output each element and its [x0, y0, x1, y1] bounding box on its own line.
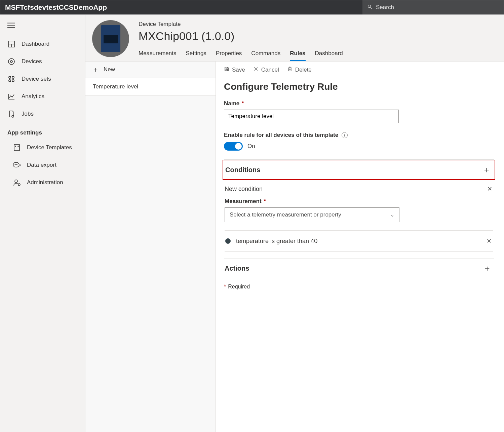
actions-label: Actions: [225, 265, 249, 272]
enable-label: Enable rule for all devices of this temp…: [224, 132, 338, 139]
dashboard-icon: [7, 40, 15, 48]
sidebar: Dashboard Devices Device sets: [0, 15, 85, 432]
svg-point-13: [12, 80, 14, 82]
svg-rect-25: [288, 68, 291, 71]
add-action-button[interactable]: ＋: [483, 264, 491, 272]
panel-heading: Configure Telemetry Rule: [224, 81, 494, 92]
sidebar-item-export[interactable]: Data export: [0, 156, 85, 174]
close-icon: [253, 66, 259, 73]
rules-list: ＋ New Temperature level: [85, 62, 216, 432]
measurement-select[interactable]: Select a telemetry measurement or proper…: [225, 207, 399, 222]
conditions-section-highlight: Conditions ＋: [223, 160, 495, 180]
sidebar-item-sets[interactable]: Device sets: [0, 70, 85, 88]
sidebar-item-analytics[interactable]: Analytics: [0, 88, 85, 105]
remove-condition-button[interactable]: ✕: [486, 185, 493, 193]
tabs: Measurements Settings Properties Command…: [139, 50, 497, 61]
sidebar-item-label: Administration: [27, 179, 63, 186]
search-placeholder: Search: [376, 4, 394, 11]
svg-point-10: [9, 76, 11, 78]
condition-dot-icon: [225, 238, 231, 244]
enable-state: On: [247, 143, 255, 150]
cancel-button[interactable]: Cancel: [253, 66, 279, 73]
measurement-placeholder: Select a telemetry measurement or proper…: [230, 211, 341, 218]
svg-point-19: [15, 180, 17, 183]
svg-rect-15: [14, 145, 20, 151]
info-icon[interactable]: i: [342, 132, 348, 138]
plus-icon: ＋: [92, 66, 99, 73]
sidebar-item-label: Data export: [27, 162, 56, 168]
sidebar-item-templates[interactable]: Device Templates: [0, 139, 85, 156]
sidebar-item-dashboard[interactable]: Dashboard: [0, 35, 85, 53]
svg-point-11: [12, 76, 14, 78]
svg-rect-21: [226, 69, 227, 71]
analytics-icon: [7, 92, 15, 101]
tab-measurements[interactable]: Measurements: [139, 50, 176, 61]
devices-icon: [7, 57, 15, 66]
svg-rect-22: [226, 67, 227, 68]
sidebar-item-label: Dashboard: [22, 41, 49, 47]
required-asterisk: *: [264, 198, 266, 204]
chevron-down-icon: ⌄: [390, 212, 394, 218]
sidebar-section-app-settings: App settings: [0, 123, 85, 139]
remove-existing-condition-button[interactable]: ✕: [485, 237, 493, 245]
export-icon: [13, 161, 21, 169]
enable-toggle[interactable]: [224, 142, 243, 151]
svg-point-8: [8, 58, 14, 65]
delete-button[interactable]: Delete: [287, 66, 312, 73]
templates-icon: [13, 144, 21, 152]
rule-panel: Save Cancel Delete: [216, 62, 504, 432]
name-label: Name: [224, 100, 239, 107]
measurement-label: Measurement: [225, 198, 262, 204]
add-condition-button[interactable]: ＋: [482, 166, 491, 174]
breadcrumb: Device Template: [139, 21, 497, 28]
hamburger-button[interactable]: [0, 17, 85, 35]
svg-point-18: [14, 162, 18, 164]
new-rule-button[interactable]: ＋ New: [85, 62, 216, 78]
jobs-icon: [7, 110, 15, 118]
tab-properties[interactable]: Properties: [216, 50, 242, 61]
tab-commands[interactable]: Commands: [251, 50, 280, 61]
new-label: New: [104, 66, 115, 73]
svg-point-0: [368, 5, 371, 7]
save-icon: [224, 66, 229, 73]
condition-summary: temperature is greater than 40: [236, 238, 317, 245]
svg-point-17: [18, 146, 18, 147]
app-title: MSFTcfsdevtestCCSDemoApp: [0, 0, 112, 14]
tab-rules[interactable]: Rules: [290, 50, 305, 61]
search-icon: [367, 4, 376, 11]
admin-icon: [13, 179, 21, 187]
device-avatar: [92, 20, 129, 57]
tab-settings[interactable]: Settings: [186, 50, 206, 61]
svg-line-1: [371, 7, 372, 9]
required-asterisk: *: [242, 100, 244, 107]
new-condition-label: New condition: [225, 186, 263, 193]
sidebar-item-jobs[interactable]: Jobs: [0, 105, 85, 123]
svg-point-9: [10, 61, 12, 63]
svg-point-16: [15, 146, 16, 147]
trash-icon: [287, 66, 293, 73]
top-bar: MSFTcfsdevtestCCSDemoApp Search: [0, 0, 504, 15]
conditions-label: Conditions: [225, 166, 260, 174]
template-header: Device Template MXChip001 (1.0.0) Measur…: [85, 15, 504, 62]
svg-point-12: [9, 80, 11, 82]
page-title: MXChip001 (1.0.0): [139, 30, 497, 43]
search-input[interactable]: Search: [362, 0, 504, 14]
sidebar-item-label: Device Templates: [27, 144, 72, 151]
tab-dashboard[interactable]: Dashboard: [315, 50, 343, 61]
sidebar-item-label: Devices: [22, 58, 42, 65]
sidebar-item-label: Analytics: [22, 93, 44, 100]
required-note: *Required: [224, 284, 494, 290]
sidebar-item-admin[interactable]: Administration: [0, 174, 85, 191]
name-input[interactable]: [224, 110, 399, 123]
rule-row[interactable]: Temperature level: [85, 78, 216, 96]
sidebar-item-devices[interactable]: Devices: [0, 53, 85, 70]
sets-icon: [7, 75, 15, 83]
sidebar-item-label: Jobs: [22, 111, 34, 117]
sidebar-item-label: Device sets: [22, 76, 51, 82]
save-button[interactable]: Save: [224, 66, 245, 73]
